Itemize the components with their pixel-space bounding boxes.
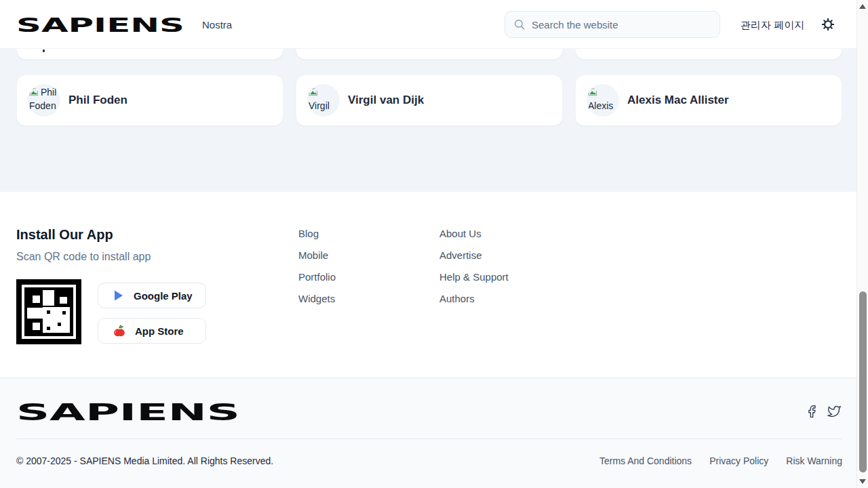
sapiens-footer-logo-text: SAPIENS [16, 399, 240, 424]
app-store-button[interactable]: App Store [98, 318, 206, 344]
install-app-title: Install Our App [16, 227, 113, 243]
play-icon [113, 289, 124, 302]
player-name: Virgil van Dijk [348, 94, 424, 107]
player-card-virgil-van-dijk[interactable]: Virgil van Dijk Virgil van Dijk [296, 75, 563, 126]
avatar: Phil Foden [28, 84, 60, 117]
footer-divider [16, 439, 842, 439]
settings-button[interactable] [821, 18, 835, 31]
sapiens-footer-logo[interactable]: SAPIENS [16, 399, 241, 424]
footer-bottom-strip [0, 378, 856, 488]
copyright-text: © 2007-2025 - SAPIENS Media Limited. All… [16, 455, 273, 466]
app-store-label: App Store [135, 325, 184, 337]
scrollbar-thumb[interactable] [859, 291, 867, 472]
footer-link-widgets[interactable]: Widgets [298, 293, 335, 304]
avatar-alt-text: Virgil van Dijk [309, 100, 330, 117]
scrollbar-down-arrow[interactable] [859, 479, 866, 484]
footer-link-about-us[interactable]: About Us [439, 228, 481, 239]
footer-link-blog[interactable]: Blog [298, 228, 319, 239]
site-subtitle: Nostra [202, 19, 232, 30]
qr-code-image [16, 279, 81, 344]
player-card-phil-foden[interactable]: Phil Foden Phil Foden [16, 75, 283, 126]
gear-icon [821, 18, 835, 31]
twitter-icon[interactable] [827, 405, 842, 418]
sapiens-logo[interactable]: SAPIENS [16, 14, 186, 35]
search-box[interactable] [505, 11, 720, 38]
privacy-policy-link[interactable]: Privacy Policy [709, 455, 768, 466]
broken-image-icon [309, 87, 319, 97]
terms-link[interactable]: Terms And Conditions [599, 455, 692, 466]
footer-link-portfolio[interactable]: Portfolio [298, 271, 336, 283]
avatar-alt-text: Alexis Mac Allister [588, 100, 616, 117]
clipped-avatar-text [43, 49, 45, 52]
sapiens-logo-text: SAPIENS [16, 14, 184, 35]
admin-page-link[interactable]: 관리자 페이지 [741, 19, 804, 32]
google-play-button[interactable]: Google Play [98, 283, 206, 308]
avatar: Virgil van Dijk [307, 84, 340, 117]
google-play-label: Google Play [134, 290, 193, 302]
header: SAPIENS Nostra 관리자 페이지 [0, 0, 856, 49]
broken-image-icon [588, 87, 598, 97]
footer-link-authors[interactable]: Authors [439, 293, 475, 304]
install-app-subtitle: Scan QR code to install app [16, 251, 151, 263]
player-name: Alexis Mac Allister [627, 94, 729, 107]
legal-links: Terms And Conditions Privacy Policy Risk… [407, 455, 842, 466]
broken-image-icon [29, 87, 39, 97]
footer-link-mobile[interactable]: Mobile [298, 249, 328, 261]
footer-link-advertise[interactable]: Advertise [439, 249, 482, 261]
search-icon [513, 18, 526, 30]
footer-link-help-support[interactable]: Help & Support [439, 271, 509, 283]
search-input[interactable] [532, 19, 711, 30]
scrollbar-up-arrow[interactable] [859, 4, 866, 9]
scrollbar[interactable] [856, 0, 868, 488]
avatar: Alexis Mac Allister [587, 84, 619, 117]
apple-icon [113, 325, 125, 338]
risk-warning-link[interactable]: Risk Warning [786, 455, 842, 466]
facebook-icon[interactable] [804, 405, 819, 418]
player-name: Phil Foden [68, 94, 127, 107]
player-card-alexis-mac-allister[interactable]: Alexis Mac Allister Alexis Mac Allister [575, 75, 842, 126]
